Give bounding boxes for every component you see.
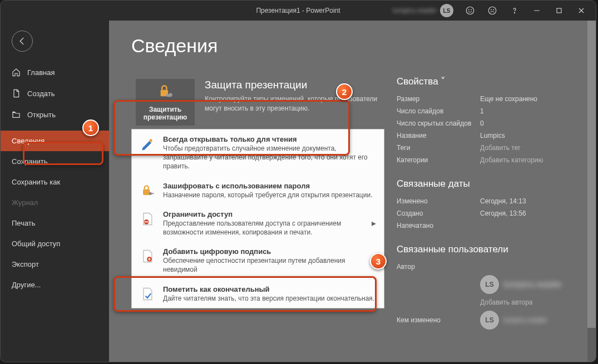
page-title: Сведения (131, 35, 574, 57)
scrollbar[interactable] (587, 21, 596, 362)
author-avatar: LS (480, 275, 499, 294)
nav-label: Другие... (12, 281, 41, 289)
menu-title: Добавить цифровую подпись (163, 247, 376, 256)
menu-desc: Обеспечение целостности презентации путе… (163, 256, 376, 274)
svg-point-4 (491, 9, 491, 10)
mark-final-icon (139, 285, 156, 303)
nav-label: Печать (12, 219, 36, 227)
svg-rect-19 (145, 221, 149, 222)
protect-title: Защита презентации (205, 79, 378, 91)
nav-label: Общий доступ (12, 240, 60, 248)
dates-heading: Связанные даты (397, 178, 574, 190)
backstage-sidebar: Главная Создать Открыть Сведения Сохрани… (1, 21, 109, 362)
maximize-icon[interactable] (548, 1, 570, 21)
menu-desc: Назначение пароля, который требуется для… (163, 191, 376, 200)
home-icon (12, 68, 21, 77)
protect-menu: Всегда открывать только для чтенияЧтобы … (131, 129, 384, 308)
protect-desc: Контролируйте типы изменений, которые по… (205, 94, 378, 113)
author-avatar: LS (480, 311, 499, 330)
prop-categories[interactable]: КатегорииДобавить категорию (397, 154, 574, 166)
menu-title: Пометить как окончательный (163, 285, 376, 293)
nav-label: Экспорт (12, 260, 39, 268)
nav-open[interactable]: Открыть (1, 104, 109, 125)
menu-desc: Предоставление пользователям доступа с о… (163, 219, 365, 237)
menu-desc: Чтобы предотвратить случайное изменение … (163, 144, 376, 171)
prop-created: СозданоСегодня, 13:56 (397, 207, 574, 220)
people-heading: Связанные пользователи (397, 244, 574, 255)
nav-new[interactable]: Создать (1, 83, 109, 104)
properties-panel: Свойства ˅ РазмерЕще не сохранено Число … (397, 73, 574, 332)
menu-title: Всегда открывать только для чтения (163, 135, 376, 143)
prop-modified-by: Кем измененоLSlumpics.reader (397, 308, 574, 332)
author-name: lumpics.reader (503, 316, 547, 324)
prop-printed: Напечатано (397, 220, 574, 232)
menu-restrict-access[interactable]: Ограничить доступПредоставление пользова… (132, 205, 384, 242)
signature-icon (139, 247, 156, 265)
properties-heading[interactable]: Свойства ˅ (397, 76, 574, 87)
svg-rect-15 (143, 189, 150, 195)
author-name: lumpics.reader (503, 280, 562, 290)
nav-label: Создать (27, 89, 55, 98)
svg-point-1 (468, 9, 469, 10)
svg-rect-8 (557, 8, 561, 13)
nav-more[interactable]: Другие... (1, 275, 109, 295)
smile-icon[interactable] (459, 1, 481, 21)
prop-slides: Число слайдов1 (397, 105, 574, 117)
prop-hidden-slides: Число скрытых слайдов0 (397, 117, 574, 129)
prop-author: Автор (397, 261, 574, 273)
user-avatar[interactable]: LS (440, 4, 453, 17)
nav-label: Сведения (12, 137, 45, 145)
menu-title: Ограничить доступ (163, 210, 365, 218)
window-title: Презентация1 - PowerPoint (256, 7, 340, 14)
svg-point-2 (471, 9, 472, 10)
help-icon[interactable] (503, 1, 526, 21)
svg-point-6 (514, 12, 515, 13)
nav-share[interactable]: Общий доступ (1, 233, 109, 254)
protect-presentation-button[interactable]: Защитить презентацию (136, 79, 195, 126)
prop-tags[interactable]: ТегиДобавить тег (397, 142, 574, 154)
pencil-readonly-icon (139, 135, 156, 153)
nav-info[interactable]: Сведения (1, 131, 109, 151)
lock-key-icon (139, 182, 156, 200)
nav-saveas[interactable]: Сохранить как (1, 172, 109, 192)
back-button[interactable] (12, 31, 33, 52)
nav-export[interactable]: Экспорт (1, 254, 109, 275)
nav-label: Сохранить как (12, 178, 60, 186)
protect-button-label: Защитить презентацию (136, 106, 195, 122)
nav-home[interactable]: Главная (1, 62, 109, 83)
title-bar: Презентация1 - PowerPoint lumpics.reader… (1, 1, 596, 21)
prop-modified: ИзмененоСегодня, 14:13 (397, 195, 574, 207)
add-author[interactable]: Добавить автора (397, 296, 574, 308)
nav-label: Главная (27, 68, 55, 77)
menu-mark-as-final[interactable]: Пометить как окончательныйДайте читателя… (132, 280, 384, 308)
restrict-icon (139, 210, 156, 228)
svg-point-0 (466, 7, 474, 14)
user-name: lumpics.reader (393, 7, 437, 14)
menu-title: Зашифровать с использованием пароля (163, 182, 376, 190)
lock-icon (156, 83, 175, 102)
nav-save[interactable]: Сохранить (1, 151, 109, 172)
nav-history: Журнал (1, 192, 109, 213)
menu-desc: Дайте читателям знать, что эта версия пр… (163, 294, 376, 303)
nav-label: Журнал (12, 198, 38, 207)
frown-icon[interactable] (481, 1, 503, 21)
prop-size: РазмерЕще не сохранено (397, 93, 574, 105)
menu-add-signature[interactable]: Добавить цифровую подписьОбеспечение цел… (132, 242, 384, 279)
protect-tile: Защитить презентацию Защита презентации … (131, 73, 384, 131)
nav-print[interactable]: Печать (1, 213, 109, 233)
menu-encrypt-password[interactable]: Зашифровать с использованием пароляНазна… (132, 176, 384, 205)
author-row[interactable]: LSlumpics.reader (397, 273, 574, 296)
svg-point-3 (488, 7, 496, 14)
minimize-icon[interactable] (526, 1, 548, 21)
file-icon (12, 89, 21, 98)
close-icon[interactable] (570, 1, 592, 21)
svg-point-14 (150, 139, 152, 142)
menu-open-readonly[interactable]: Всегда открывать только для чтенияЧтобы … (132, 129, 384, 176)
chevron-right-icon: ▸ (372, 218, 376, 228)
nav-label: Сохранить (12, 157, 48, 166)
content-pane: Сведения Защитить презентацию Защита пре… (109, 21, 596, 362)
nav-label: Открыть (27, 111, 56, 119)
folder-open-icon (12, 110, 21, 119)
prop-title[interactable]: НазваниеLumpics (397, 129, 574, 142)
svg-rect-17 (151, 193, 154, 194)
